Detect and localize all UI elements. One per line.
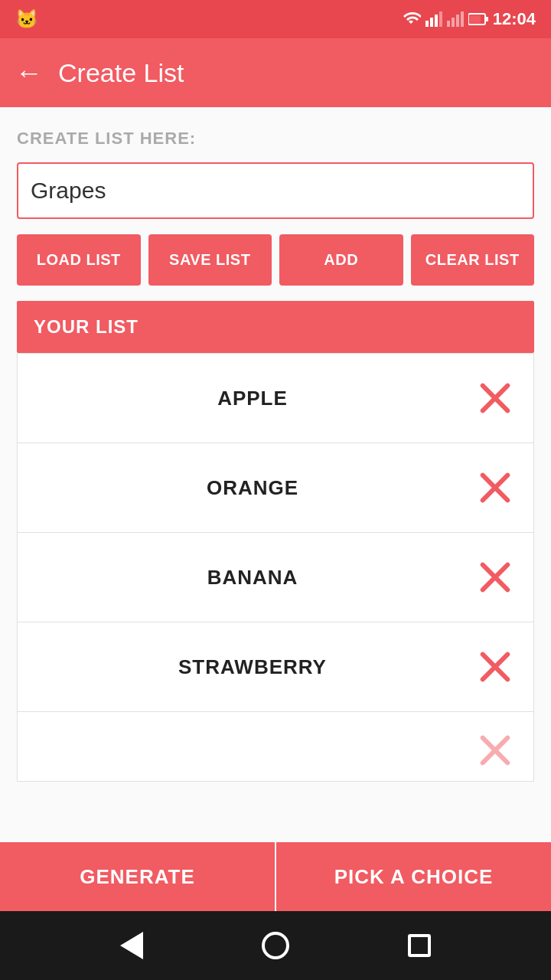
delete-strawberry-icon [475, 647, 515, 687]
app-title: Create List [58, 58, 184, 88]
battery-icon [468, 12, 488, 26]
generate-button[interactable]: GENERATE [0, 842, 276, 911]
list-item-partial [18, 712, 533, 781]
add-button[interactable]: ADD [279, 234, 403, 286]
status-bar-right: 12:04 [401, 9, 536, 29]
item-name-orange: ORANGE [33, 476, 472, 500]
save-list-button[interactable]: SAVE LIST [148, 234, 272, 286]
item-name-banana: BANANA [33, 566, 472, 590]
clear-list-button[interactable]: CLEAR LIST [411, 234, 535, 286]
nav-back-button[interactable] [120, 932, 143, 959]
svg-rect-10 [485, 17, 488, 21]
list-item: STRAWBERRY [18, 622, 533, 712]
list-item: ORANGE [18, 443, 533, 533]
svg-rect-1 [430, 18, 433, 27]
delete-partial-button[interactable] [472, 727, 518, 773]
list-container: APPLE ORANGE BANANA STRAWBERRY [17, 353, 534, 782]
delete-strawberry-button[interactable] [472, 644, 518, 690]
bottom-actions: GENERATE PICK A CHOICE [0, 842, 551, 911]
section-label: CREATE LIST HERE: [17, 129, 534, 149]
status-time: 12:04 [493, 9, 536, 29]
pick-choice-button[interactable]: PICK A CHOICE [276, 842, 551, 911]
action-buttons: LOAD LIST SAVE LIST ADD CLEAR LIST [17, 234, 534, 286]
delete-apple-icon [475, 378, 515, 418]
item-name-strawberry: STRAWBERRY [33, 655, 472, 679]
item-name-apple: APPLE [33, 387, 472, 410]
nav-home-button[interactable] [262, 932, 289, 959]
nav-recents-button[interactable] [408, 934, 431, 957]
delete-orange-button[interactable] [472, 465, 518, 511]
app-bar: ← Create List [0, 38, 551, 107]
svg-rect-2 [435, 15, 438, 27]
svg-rect-9 [470, 15, 481, 23]
delete-banana-button[interactable] [472, 554, 518, 600]
main-content: CREATE LIST HERE: LOAD LIST SAVE LIST AD… [0, 107, 551, 842]
svg-rect-7 [461, 11, 464, 27]
svg-rect-5 [452, 18, 455, 27]
signal-icon [425, 11, 442, 27]
delete-banana-icon [475, 557, 515, 597]
svg-rect-0 [425, 21, 429, 27]
status-bar: 🐱 12:04 [0, 0, 551, 38]
load-list-button[interactable]: LOAD LIST [17, 234, 141, 286]
svg-rect-6 [456, 15, 459, 27]
status-bar-left: 🐱 [15, 8, 38, 30]
list-header: YOUR LIST [17, 301, 534, 353]
back-button[interactable]: ← [15, 57, 43, 89]
delete-apple-button[interactable] [472, 375, 518, 421]
list-item: BANANA [18, 533, 533, 622]
delete-orange-icon [475, 468, 515, 508]
svg-rect-4 [447, 21, 450, 27]
list-item: APPLE [18, 354, 533, 443]
item-input[interactable] [17, 162, 534, 219]
delete-partial-icon [475, 730, 515, 770]
nav-bar [0, 911, 551, 980]
wifi-icon [401, 11, 421, 27]
svg-rect-3 [439, 11, 442, 27]
signal2-icon [447, 11, 464, 27]
app-icon: 🐱 [15, 8, 38, 30]
